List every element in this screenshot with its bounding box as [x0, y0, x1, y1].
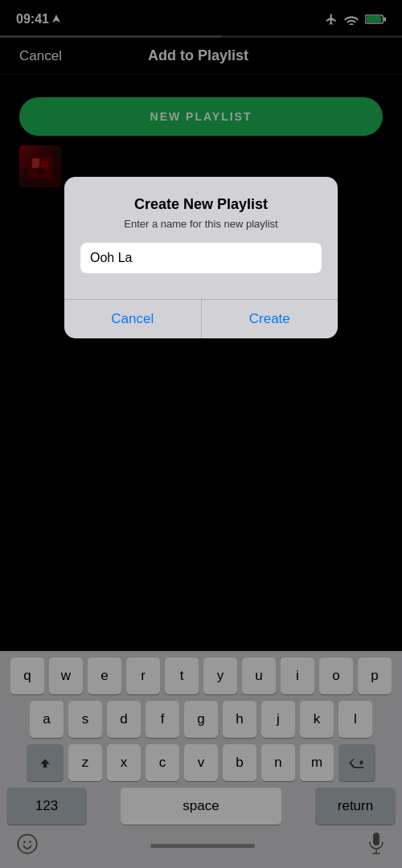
modal-create-button[interactable]: Create — [202, 300, 338, 338]
modal-overlay: Create New Playlist Enter a name for thi… — [0, 0, 402, 868]
modal-title: Create New Playlist — [80, 196, 322, 213]
modal-subtitle: Enter a name for this new playlist — [80, 218, 322, 230]
create-playlist-modal: Create New Playlist Enter a name for thi… — [64, 177, 338, 338]
modal-cancel-button[interactable]: Cancel — [64, 300, 202, 338]
playlist-name-input[interactable] — [80, 243, 322, 273]
modal-body: Create New Playlist Enter a name for thi… — [64, 177, 338, 286]
modal-actions: Cancel Create — [64, 300, 338, 338]
